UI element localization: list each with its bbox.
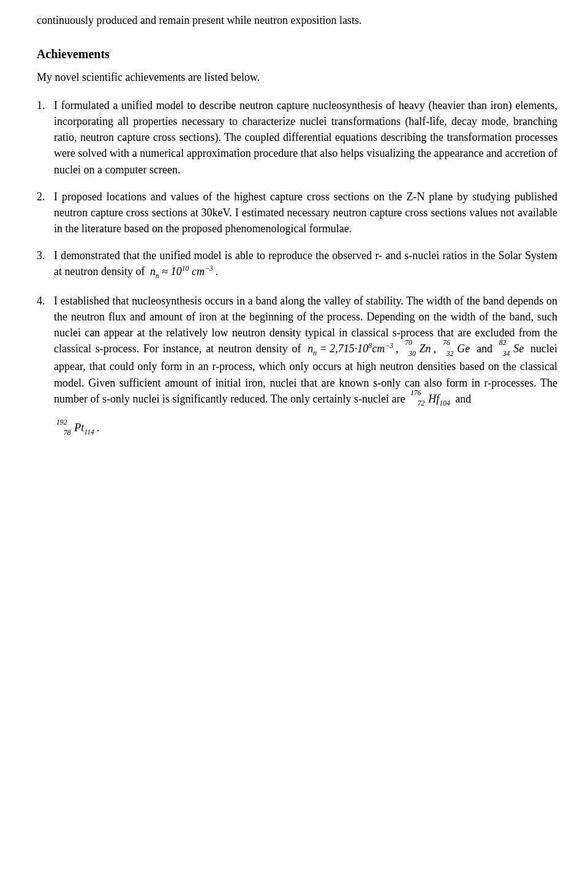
item-content: I proposed locations and values of the h…: [54, 189, 557, 236]
formula-density2: nn = 2,715·108cm−3: [307, 341, 393, 359]
achievements-list: 1. I formulated a unified model to descr…: [37, 97, 557, 409]
formula-density: nn ≈ 1010 cm−3: [150, 263, 213, 282]
item-content: I demonstrated that the unified model is…: [54, 248, 557, 282]
item-number: 4.: [37, 293, 54, 409]
item-number: 3.: [37, 248, 54, 282]
last-line: 19278Pt114.: [54, 420, 557, 438]
nuclei-hf: 17672Hf104: [410, 391, 450, 409]
nuclei-ge: 7632Ge: [443, 341, 470, 359]
item-number: 2.: [37, 189, 54, 236]
nuclei-zn: 7030Zn: [405, 341, 431, 359]
nuclei-pt: 19278Pt114: [56, 420, 94, 438]
nuclei-se: 8234Se: [499, 341, 524, 359]
section-heading: Achievements: [37, 45, 557, 63]
item-number: 1.: [37, 97, 54, 177]
item-content: I formulated a unified model to describe…: [54, 97, 557, 177]
list-item: 3. I demonstrated that the unified model…: [37, 248, 557, 282]
list-item: 4. I established that nucleosynthesis oc…: [37, 293, 557, 409]
item-content: I established that nucleosynthesis occur…: [54, 293, 557, 409]
list-item: 2. I proposed locations and values of th…: [37, 189, 557, 236]
list-item: 1. I formulated a unified model to descr…: [37, 97, 557, 177]
intro-text: continuously produced and remain present…: [37, 12, 557, 28]
subtitle-text: My novel scientific achievements are lis…: [37, 69, 557, 85]
